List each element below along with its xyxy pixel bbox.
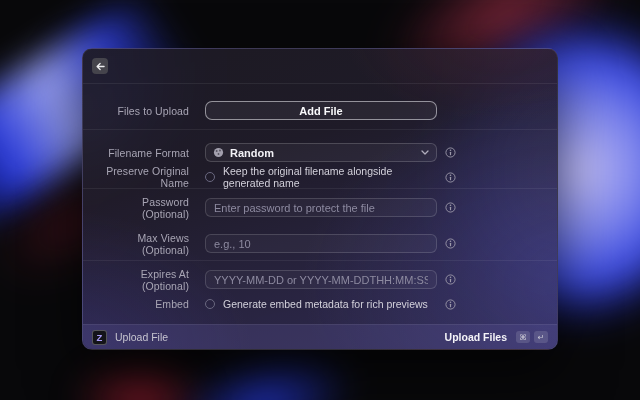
row-files-to-upload: Files to Upload Add File: [93, 101, 549, 120]
footer-command-title: Upload File: [115, 331, 168, 343]
arrow-left-icon: [96, 62, 105, 71]
row-preserve-original-name: Preserve Original Name Keep the original…: [93, 168, 549, 186]
preserve-checkbox-group: Keep the original filename alongside gen…: [205, 165, 437, 189]
back-button[interactable]: [92, 58, 108, 74]
dropdown-selected-value: Random: [230, 147, 415, 159]
row-expires-at: Expires At (Optional): [93, 270, 549, 289]
divider: [83, 188, 557, 189]
max-views-input[interactable]: [205, 234, 437, 253]
chevron-down-icon: [421, 150, 429, 155]
command-key-badge: ⌘: [516, 331, 530, 343]
field-label: Files to Upload: [93, 105, 189, 117]
row-embed: Embed Generate embed metadata for rich p…: [93, 295, 549, 313]
field-label: Embed: [93, 298, 189, 310]
field-label: Expires At (Optional): [93, 268, 189, 292]
field-label: Filename Format: [93, 147, 189, 159]
info-icon[interactable]: [445, 274, 456, 285]
upload-file-dialog: Files to Upload Add File Filename Format…: [82, 48, 558, 350]
row-password: Password (Optional): [93, 198, 549, 217]
field-label: Password (Optional): [93, 196, 189, 220]
field-label: Max Views (Optional): [93, 232, 189, 256]
upload-files-button[interactable]: Upload Files ⌘ ↵: [445, 331, 548, 343]
password-input[interactable]: [205, 198, 437, 217]
checkbox-label: Keep the original filename alongside gen…: [223, 165, 437, 189]
info-icon[interactable]: [445, 202, 456, 213]
dialog-header: [83, 49, 557, 84]
add-file-button[interactable]: Add File: [205, 101, 437, 120]
row-max-views: Max Views (Optional): [93, 234, 549, 253]
checkbox-label: Generate embed metadata for rich preview…: [223, 298, 428, 310]
field-label: Preserve Original Name: [93, 165, 189, 189]
desktop-background: Files to Upload Add File Filename Format…: [0, 0, 640, 400]
upload-files-label: Upload Files: [445, 331, 507, 343]
info-icon[interactable]: [445, 147, 456, 158]
filename-format-dropdown[interactable]: Random: [205, 143, 437, 162]
info-icon[interactable]: [445, 299, 456, 310]
dice-icon: [213, 147, 224, 158]
embed-checkbox[interactable]: [205, 299, 215, 309]
embed-checkbox-group: Generate embed metadata for rich preview…: [205, 298, 437, 310]
info-icon[interactable]: [445, 238, 456, 249]
app-logo: Z: [92, 330, 107, 345]
expires-at-input[interactable]: [205, 270, 437, 289]
enter-key-badge: ↵: [534, 331, 548, 343]
dialog-footer: Z Upload File Upload Files ⌘ ↵: [83, 324, 557, 349]
divider: [83, 260, 557, 261]
preserve-checkbox[interactable]: [205, 172, 215, 182]
row-filename-format: Filename Format Random: [93, 143, 549, 162]
info-icon[interactable]: [445, 172, 456, 183]
divider: [83, 129, 557, 130]
background-blob-red: [55, 350, 225, 400]
